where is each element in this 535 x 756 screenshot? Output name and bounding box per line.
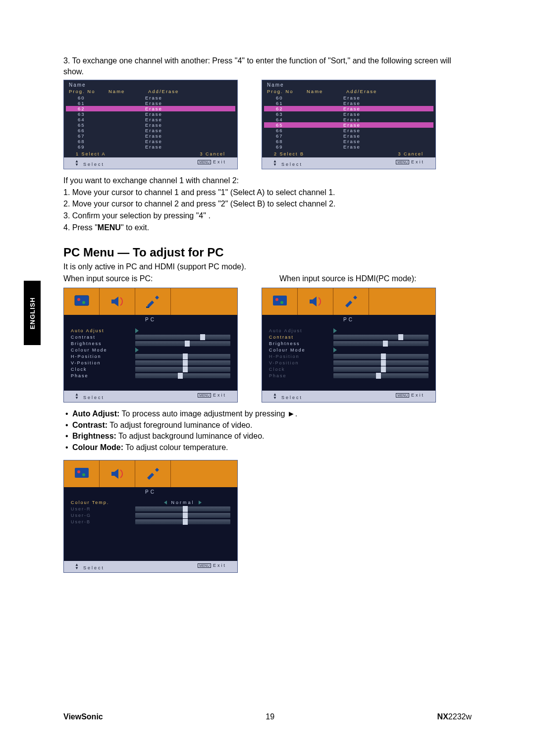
osd-colour-mode: PC Colour Temp. Normal User-R User-G Use… [63,460,238,573]
svg-rect-3 [146,306,149,308]
osd-sort-b: Name Prog. NoNameAdd/Erase 60Erase 61Era… [262,80,436,169]
setup-tab-icon [333,288,369,315]
svg-rect-7 [75,468,89,478]
arrow-right-icon [135,328,139,333]
svg-point-9 [82,473,85,476]
svg-point-5 [275,298,278,301]
svg-rect-4 [273,296,287,305]
setup-tab-icon [135,460,171,487]
audio-tab-icon [298,288,333,315]
osd-sort-a: Name Prog. NoNameAdd/Erase 60Erase 61Era… [63,80,238,169]
picture-tab-icon [262,288,298,315]
language-tab: ENGLISH [24,281,41,345]
pc-menu-heading: PC Menu — To adjust for PC [63,246,472,259]
svg-point-6 [280,301,283,304]
audio-tab-icon [100,288,135,315]
exit-hint: MENUExit [198,159,226,167]
osd-pc-pc: PC Auto Adjust Contrast Brightness Colou… [63,288,238,403]
svg-rect-0 [75,296,89,305]
exchange-lead: If you want to exchange channel 1 with c… [63,175,472,186]
intro-text: 3. To exchange one channel with another:… [63,55,472,77]
arrow-right-icon [199,501,202,504]
page-footer: ViewSonic 19 NX2232w [63,712,472,721]
bullet-list: Auto Adjust: To process auto image adjus… [63,408,472,453]
osd-pc-hdmi: PC Auto Adjust Contrast Brightness Colou… [262,288,436,403]
arrow-right-icon [135,348,139,353]
select-hint: ▲▼Select [75,159,105,167]
svg-point-1 [77,298,80,301]
svg-point-2 [82,301,85,304]
picture-tab-icon [64,288,100,315]
audio-tab-icon [100,460,135,487]
svg-point-8 [77,470,80,473]
picture-tab-icon [64,460,100,487]
setup-tab-icon [135,288,171,315]
